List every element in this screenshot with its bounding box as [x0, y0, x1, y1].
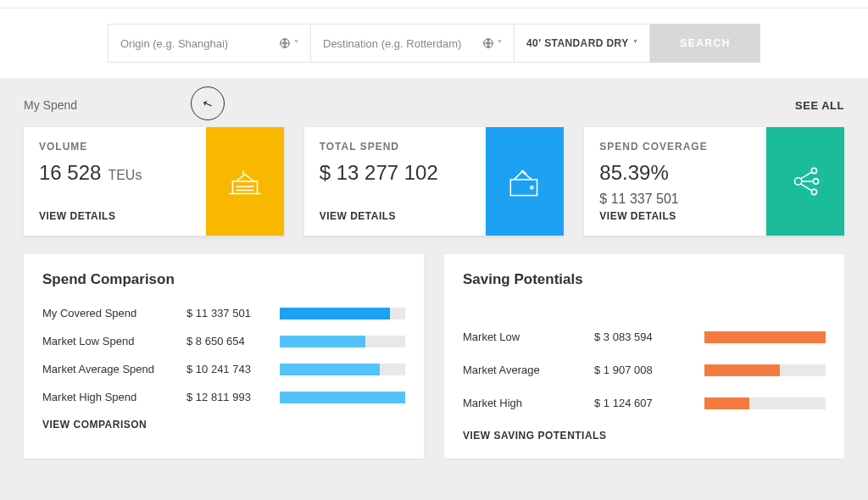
comparison-label: My Covered Spend	[42, 307, 186, 319]
comparison-row: Market Average Spend$ 10 241 743	[42, 363, 405, 375]
section-header: My Spend SEE ALL	[24, 98, 844, 112]
svg-point-7	[811, 189, 816, 194]
comparison-bar	[280, 392, 405, 403]
card-coverage-title: SPEND COVERAGE	[599, 141, 751, 153]
saving-potentials-rows: Market Low$ 3 083 594Market Average$ 1 9…	[463, 307, 826, 409]
globe-icon	[482, 37, 494, 49]
chevron-down-icon: ˅	[498, 39, 502, 48]
saving-row: Market Low$ 3 083 594	[463, 331, 826, 343]
card-coverage: SPEND COVERAGE 85.39% $ 11 337 501 VIEW …	[584, 127, 844, 236]
view-comparison-link[interactable]: VIEW COMPARISON	[42, 419, 405, 431]
container-type-label: 40' STANDARD DRY	[526, 37, 629, 49]
comparison-value: $ 11 337 501	[186, 307, 280, 319]
saving-potentials-title: Saving Potentials	[463, 271, 826, 288]
card-coverage-link[interactable]: VIEW DETAILS	[599, 210, 751, 222]
card-spend-title: TOTAL SPEND	[320, 141, 471, 153]
comparison-bar	[280, 308, 405, 319]
origin-scope-dropdown[interactable]: ˅	[279, 37, 298, 49]
svg-point-5	[811, 168, 816, 173]
saving-row: Market High$ 1 124 607	[463, 397, 826, 409]
saving-value: $ 1 907 008	[594, 364, 704, 376]
card-spend-value: $ 13 277 102	[320, 161, 438, 185]
card-volume-link[interactable]: VIEW DETAILS	[39, 210, 191, 222]
spend-icon-panel	[486, 127, 564, 236]
wallet-icon	[504, 160, 546, 203]
destination-scope-dropdown[interactable]: ˅	[482, 37, 502, 49]
spend-comparison-rows: My Covered Spend$ 11 337 501Market Low S…	[42, 307, 405, 403]
saving-row: Market Average$ 1 907 008	[463, 364, 826, 376]
section-title: My Spend	[24, 98, 77, 112]
card-volume-unit: TEUs	[108, 168, 142, 183]
svg-point-6	[813, 179, 818, 184]
comparison-bar	[280, 336, 405, 347]
comparison-bar	[280, 364, 405, 375]
container-type-dropdown[interactable]: 40' STANDARD DRY ˅	[515, 24, 650, 63]
card-volume-value: 16 528	[39, 161, 101, 185]
saving-label: Market Low	[463, 331, 594, 343]
svg-point-3	[531, 186, 533, 189]
saving-bar	[704, 331, 826, 343]
card-volume: VOLUME 16 528 TEUs VIEW DETAILS	[24, 127, 284, 236]
cursor-indicator-icon	[191, 86, 225, 120]
saving-potentials-panel: Saving Potentials Market Low$ 3 083 594M…	[444, 254, 844, 458]
card-spend-link[interactable]: VIEW DETAILS	[320, 210, 471, 222]
summary-cards: VOLUME 16 528 TEUs VIEW DETAILS TOTAL SP…	[24, 127, 844, 236]
destination-placeholder: Destination (e.g. Rotterdam)	[323, 37, 461, 50]
see-all-link[interactable]: SEE ALL	[795, 99, 844, 112]
building-icon	[224, 160, 266, 203]
top-divider	[0, 0, 868, 8]
comparison-label: Market Low Spend	[42, 335, 186, 347]
comparison-value: $ 12 811 993	[186, 391, 280, 403]
comparison-value: $ 10 241 743	[186, 363, 280, 375]
search-button[interactable]: SEARCH	[650, 24, 760, 63]
comparison-row: My Covered Spend$ 11 337 501	[42, 307, 405, 319]
comparison-row: Market Low Spend$ 8 650 654	[42, 335, 405, 347]
origin-placeholder: Origin (e.g. Shanghai)	[120, 37, 228, 50]
globe-icon	[279, 37, 291, 49]
saving-label: Market High	[463, 397, 594, 409]
comparison-label: Market Average Spend	[42, 363, 186, 375]
search-bar: Origin (e.g. Shanghai) ˅ Destination (e.…	[0, 8, 868, 78]
card-volume-title: VOLUME	[39, 141, 191, 153]
coverage-icon-panel	[766, 127, 844, 236]
comparison-value: $ 8 650 654	[186, 335, 280, 347]
saving-value: $ 3 083 594	[594, 331, 704, 343]
view-saving-link[interactable]: VIEW SAVING POTENTIALS	[463, 430, 826, 442]
spend-comparison-title: Spend Comparison	[42, 271, 405, 288]
volume-icon-panel	[206, 127, 284, 236]
analytics-panels: Spend Comparison My Covered Spend$ 11 33…	[24, 254, 844, 458]
saving-value: $ 1 124 607	[594, 397, 704, 409]
svg-point-4	[795, 178, 802, 185]
destination-input[interactable]: Destination (e.g. Rotterdam) ˅	[311, 24, 515, 63]
saving-label: Market Average	[463, 364, 594, 376]
saving-bar	[704, 364, 826, 376]
spend-comparison-panel: Spend Comparison My Covered Spend$ 11 33…	[24, 254, 424, 458]
card-coverage-amount: $ 11 337 501	[599, 192, 678, 207]
dashboard-main: My Spend SEE ALL VOLUME 16 528 TEUs VIEW…	[0, 78, 868, 500]
network-icon	[784, 160, 826, 203]
card-coverage-percent: 85.39%	[599, 161, 668, 185]
origin-input[interactable]: Origin (e.g. Shanghai) ˅	[108, 24, 311, 63]
saving-bar	[704, 397, 826, 409]
chevron-down-icon: ˅	[633, 39, 637, 48]
comparison-row: Market High Spend$ 12 811 993	[42, 391, 405, 403]
comparison-label: Market High Spend	[42, 391, 186, 403]
card-total-spend: TOTAL SPEND $ 13 277 102 VIEW DETAILS	[304, 127, 565, 236]
chevron-down-icon: ˅	[294, 39, 298, 48]
